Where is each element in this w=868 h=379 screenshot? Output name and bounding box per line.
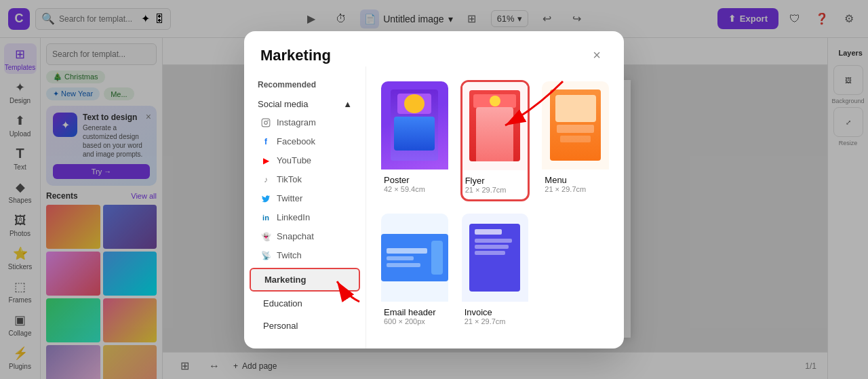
twitter-label: Twitter [277,193,302,203]
linkedin-label: LinkedIn [277,212,310,222]
instagram-label: Instagram [277,117,316,127]
inv-line3 [475,245,509,249]
snapchat-label: Snapchat [277,231,314,241]
invoice-size: 21 × 29.7cm [465,317,526,325]
modal-overlay[interactable]: Marketing × Recommended Social media ▲ [0,0,868,379]
email-content [381,234,448,281]
social-media-label: Social media [258,99,308,109]
menu-size: 21 × 29.7cm [545,185,606,193]
email-thumb [381,214,448,302]
poster-name: Poster [384,175,446,185]
poster-info: Poster 42 × 59.4cm [381,169,448,199]
facebook-icon: f [260,136,271,147]
nav-instagram[interactable]: Instagram [244,113,366,132]
email-header-name: Email header [384,307,446,317]
twitter-icon [260,193,271,204]
poster-size: 42 × 59.4cm [384,185,446,193]
svg-point-1 [264,121,268,124]
email-line2 [387,256,414,260]
modal-body: Recommended Social media ▲ Instagram [244,66,624,348]
card-email-header[interactable]: Email header 600 × 200px [380,212,450,332]
flyer-header [473,94,516,108]
menu-name: Menu [545,175,606,185]
youtube-label: YouTube [277,155,311,165]
menu-inner [550,89,601,161]
card-invoice[interactable]: Invoice 21 × 29.7cm [460,212,530,332]
recommended-label: Recommended [244,77,366,95]
email-header-size: 600 × 200px [384,317,446,325]
card-poster[interactable]: Poster 42 × 59.4cm [380,80,450,201]
resize-modal: Marketing × Recommended Social media ▲ [244,31,624,348]
poster-inner [391,89,438,161]
nav-youtube[interactable]: ▶ YouTube [244,151,366,170]
email-text [387,248,427,267]
inv-line4 [475,251,505,255]
menu-info: Menu 21 × 29.7cm [542,169,609,199]
nav-group-social: Social media ▲ Instagram f Facebook [244,95,366,265]
instagram-icon [260,117,271,128]
flyer-size: 21 × 29.7cm [465,186,526,194]
chevron-up-icon: ▲ [343,99,352,109]
modal-close-button[interactable]: × [586,45,608,66]
invoice-thumb [462,214,529,302]
email-inner [381,234,448,281]
modal-header: Marketing × [244,31,624,66]
modal-nav: Recommended Social media ▲ Instagram [244,66,366,348]
nav-facebook[interactable]: f Facebook [244,132,366,151]
invoice-content [469,224,520,260]
flyer-thumb [462,82,528,170]
menu-thumb [542,81,609,169]
invoice-inner [469,224,520,292]
nav-tiktok[interactable]: ♪ TikTok [244,170,366,189]
menu-food [555,95,596,122]
svg-point-2 [267,119,269,121]
invoice-info: Invoice 21 × 29.7cm [462,302,529,331]
nav-group-social-header[interactable]: Social media ▲ [244,95,366,113]
nav-personal[interactable]: Personal [250,315,360,336]
invoice-name: Invoice [465,307,526,317]
card-flyer[interactable]: Flyer 21 × 29.7cm [460,80,530,201]
email-line1 [387,248,427,254]
linkedin-icon: in [260,212,271,223]
facebook-label: Facebook [277,136,315,146]
tiktok-label: TikTok [277,174,302,184]
nav-snapchat[interactable]: 👻 Snapchat [244,227,366,246]
twitch-icon: 📡 [260,250,271,261]
email-header-info: Email header 600 × 200px [381,302,448,331]
flyer-name: Flyer [465,176,526,186]
twitch-label: Twitch [277,250,302,260]
menu-text1 [557,125,594,133]
inv-line2 [475,239,512,243]
nav-marketing[interactable]: Marketing [250,268,360,292]
tiktok-icon: ♪ [260,174,271,185]
flyer-person [476,107,513,161]
nav-education[interactable]: Education [250,293,360,314]
poster-face [397,94,431,114]
modal-title: Marketing [260,47,331,64]
snapchat-icon: 👻 [260,231,271,242]
flyer-inner [469,90,520,161]
inv-line1 [475,229,502,235]
email-line3 [387,263,420,267]
nav-twitch[interactable]: 📡 Twitch [244,246,366,265]
svg-rect-0 [262,119,270,127]
youtube-icon: ▶ [260,155,271,166]
email-person [431,241,443,275]
nav-twitter[interactable]: Twitter [244,189,366,208]
poster-thumb [381,81,448,169]
modal-content: Poster 42 × 59.4cm [366,66,624,348]
content-grid: Poster 42 × 59.4cm [380,80,610,332]
flyer-info: Flyer 21 × 29.7cm [462,170,528,199]
nav-linkedin[interactable]: in LinkedIn [244,208,366,227]
poster-body [394,117,435,151]
menu-text2 [560,136,591,142]
card-menu[interactable]: Menu 21 × 29.7cm [540,80,610,201]
